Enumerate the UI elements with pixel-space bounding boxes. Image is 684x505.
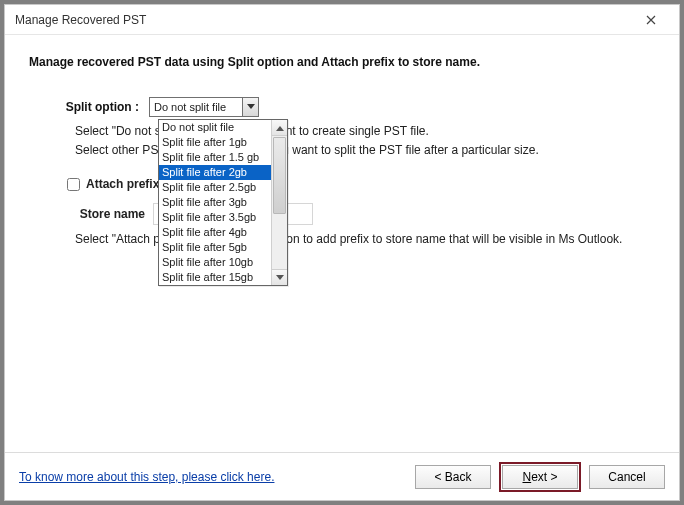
titlebar: Manage Recovered PST — [5, 5, 679, 35]
next-rest: ext > — [531, 470, 557, 484]
dropdown-items: Do not split fileSplit file after 1gbSpl… — [159, 120, 271, 285]
dropdown-option[interactable]: Split file after 1gb — [159, 135, 271, 150]
split-option-row: Split option : Do not split file — [29, 97, 655, 117]
window-title: Manage Recovered PST — [15, 13, 146, 27]
dropdown-option[interactable]: Split file after 15gb — [159, 270, 271, 285]
store-name-label: Store name — [67, 207, 153, 221]
cancel-button[interactable]: Cancel — [589, 465, 665, 489]
back-button[interactable]: < Back — [415, 465, 491, 489]
dropdown-option[interactable]: Split file after 1.5 gb — [159, 150, 271, 165]
chevron-down-icon — [276, 275, 284, 281]
attach-prefix-row: Attach prefix to store name — [67, 177, 655, 191]
scroll-thumb[interactable] — [273, 137, 286, 214]
chevron-up-icon — [276, 125, 284, 131]
split-option-value: Do not split file — [150, 101, 242, 113]
dropdown-option[interactable]: Do not split file — [159, 120, 271, 135]
close-button[interactable] — [631, 6, 671, 34]
chevron-down-icon — [247, 104, 255, 110]
dropdown-option[interactable]: Split file after 10gb — [159, 255, 271, 270]
split-option-label: Split option : — [29, 100, 149, 114]
dropdown-option[interactable]: Split file after 3gb — [159, 195, 271, 210]
dialog-window: Manage Recovered PST Manage recovered PS… — [4, 4, 680, 501]
close-icon — [646, 15, 656, 25]
attach-prefix-checkbox[interactable] — [67, 178, 80, 191]
dropdown-option[interactable]: Split file after 5gb — [159, 240, 271, 255]
learn-more-link[interactable]: To know more about this step, please cli… — [19, 470, 274, 484]
store-name-row: Store name — [67, 203, 655, 225]
next-mnemonic: N — [522, 470, 531, 484]
next-button-highlight: Next > — [499, 462, 581, 492]
dialog-footer: To know more about this step, please cli… — [5, 452, 679, 500]
dialog-content: Manage recovered PST data using Split op… — [5, 35, 679, 452]
split-option-combobox[interactable]: Do not split file — [149, 97, 259, 117]
next-button[interactable]: Next > — [502, 465, 578, 489]
dropdown-option[interactable]: Split file after 4gb — [159, 225, 271, 240]
dropdown-scrollbar[interactable] — [271, 120, 287, 285]
dropdown-option[interactable]: Split file after 3.5gb — [159, 210, 271, 225]
page-heading: Manage recovered PST data using Split op… — [29, 55, 655, 69]
scroll-track[interactable] — [272, 136, 287, 269]
dropdown-option[interactable]: Split file after 2gb — [159, 165, 271, 180]
dropdown-option[interactable]: Split file after 2.5gb — [159, 180, 271, 195]
scroll-down-button[interactable] — [272, 269, 287, 285]
scroll-up-button[interactable] — [272, 120, 287, 136]
combobox-toggle[interactable] — [242, 98, 258, 116]
split-option-dropdown[interactable]: Do not split fileSplit file after 1gbSpl… — [158, 119, 288, 286]
